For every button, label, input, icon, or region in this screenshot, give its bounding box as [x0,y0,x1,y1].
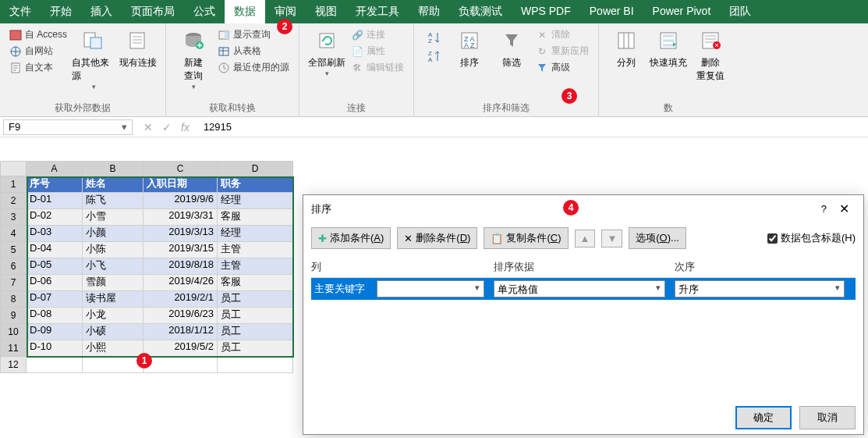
from-text[interactable]: 自文本 [6,59,70,76]
cell[interactable]: 2019/4/26 [143,275,218,291]
from-other[interactable]: 自其他来源▾ [70,27,117,92]
cell[interactable]: D-05 [27,258,83,275]
header-cell[interactable]: 入职日期 [143,176,218,193]
cell[interactable]: 2019/8/18 [143,258,218,275]
sort-level-row[interactable]: 主要关键字 单元格值 升序 [311,278,856,300]
new-query[interactable]: 新建 查询▾ [172,27,214,92]
cancel-button[interactable]: 取消 [799,406,856,429]
row-header[interactable]: 2 [0,193,27,209]
cell[interactable]: 2019/3/15 [143,242,218,258]
cell[interactable]: 小龙 [83,308,143,324]
col-header-A[interactable]: A [27,161,83,176]
cell[interactable]: D-08 [27,308,83,324]
tab-layout[interactable]: 页面布局 [122,0,184,23]
sort-asc[interactable]: AZ [423,30,445,45]
tab-formula[interactable]: 公式 [184,0,225,23]
row-header[interactable]: 9 [0,308,27,324]
tab-team[interactable]: 团队 [720,0,760,23]
cell[interactable] [27,357,83,373]
cancel-fx-icon[interactable]: ✕ [143,121,153,134]
order-select[interactable]: 升序 [675,280,845,297]
cell[interactable]: 小硕 [83,324,143,340]
row-header[interactable]: 3 [0,209,27,226]
refresh-all[interactable]: 全部刷新▾ [306,27,348,79]
row-header[interactable]: 4 [0,226,27,242]
sort-button[interactable]: Z AA Z排序 [448,27,491,71]
chevron-down-icon[interactable]: ▾ [122,121,127,133]
cell[interactable]: 2019/6/23 [143,308,218,324]
tab-pp[interactable]: Power Pivot [643,0,721,23]
cell[interactable]: 小飞 [83,258,143,275]
close-button[interactable]: ✕ [833,201,856,216]
col-header-C[interactable]: C [143,161,218,176]
cell[interactable]: D-10 [27,340,83,357]
header-cell[interactable]: 序号 [27,176,83,193]
row-header[interactable]: 8 [0,291,27,308]
accept-fx-icon[interactable]: ✓ [162,121,172,134]
tab-home[interactable]: 开始 [41,0,81,23]
remove-duplicates[interactable]: 删除 重复值 [689,27,732,84]
cell[interactable]: 主管 [218,242,293,258]
col-header-B[interactable]: B [83,161,143,176]
row-header[interactable]: 11 [0,340,27,357]
select-all-corner[interactable] [0,161,27,176]
row-header[interactable]: 1 [0,176,27,193]
help-button[interactable]: ? [815,203,833,215]
cell[interactable]: 雪颜 [83,275,143,291]
cell[interactable] [143,357,218,373]
cell[interactable]: 员工 [218,291,293,308]
header-cell[interactable]: 职务 [218,176,293,193]
cell[interactable]: D-01 [27,193,83,209]
cell[interactable]: D-06 [27,275,83,291]
header-cell[interactable]: 姓名 [83,176,143,193]
cell[interactable]: 小雪 [83,209,143,226]
cell[interactable]: D-02 [27,209,83,226]
cell[interactable]: D-03 [27,226,83,242]
cell[interactable]: D-07 [27,291,83,308]
cell[interactable]: 2018/1/12 [143,324,218,340]
copy-condition-button[interactable]: 📋复制条件(C) [484,227,568,249]
cell[interactable]: 小熙 [83,340,143,357]
row-header[interactable]: 12 [0,357,27,373]
flash-fill[interactable]: 快速填充 [647,27,689,71]
cell[interactable]: 2019/3/31 [143,209,218,226]
basis-select[interactable]: 单元格值 [494,280,665,297]
tab-data[interactable]: 数据 [225,0,265,23]
header-checkbox[interactable]: 数据包含标题(H) [767,231,856,245]
cell[interactable]: 员工 [218,324,293,340]
sort-desc[interactable]: ZA [423,48,445,64]
advanced-filter[interactable]: 高级 [533,59,592,76]
cell[interactable]: 2019/5/2 [143,340,218,357]
cell[interactable]: 经理 [218,226,293,242]
cell[interactable]: 客服 [218,275,293,291]
tab-load[interactable]: 负载测试 [449,0,512,23]
cell[interactable]: 2019/9/6 [143,193,218,209]
row-header[interactable]: 10 [0,324,27,340]
tab-help[interactable]: 帮助 [409,0,449,23]
recent-sources[interactable]: 最近使用的源 [214,59,292,76]
tab-insert[interactable]: 插入 [81,0,122,23]
cell[interactable] [83,357,143,373]
options-button[interactable]: 选项(O)... [629,227,686,249]
cell[interactable]: D-09 [27,324,83,340]
tab-file[interactable]: 文件 [0,0,41,23]
add-condition-button[interactable]: ✚添加条件(A) [311,227,391,249]
row-header[interactable]: 6 [0,258,27,275]
name-box[interactable]: F9▾ [3,119,133,135]
filter-button[interactable]: 筛选 [491,27,533,71]
formula-input[interactable]: 12915 [197,121,868,133]
tab-view[interactable]: 视图 [306,0,346,23]
cell[interactable]: 小陈 [83,242,143,258]
cell[interactable]: 2019/3/13 [143,226,218,242]
tab-pbi[interactable]: Power BI [580,0,643,23]
cell[interactable]: 客服 [218,209,293,226]
cell[interactable]: 员工 [218,340,293,357]
from-web[interactable]: 自网站 [6,43,70,59]
cell[interactable]: 陈飞 [83,193,143,209]
cell[interactable]: 主管 [218,258,293,275]
cell[interactable]: 员工 [218,308,293,324]
row-header[interactable]: 7 [0,275,27,291]
ok-button[interactable]: 确定 [735,406,792,429]
from-access[interactable]: 自 Access [6,27,70,43]
cell[interactable]: 小颜 [83,226,143,242]
